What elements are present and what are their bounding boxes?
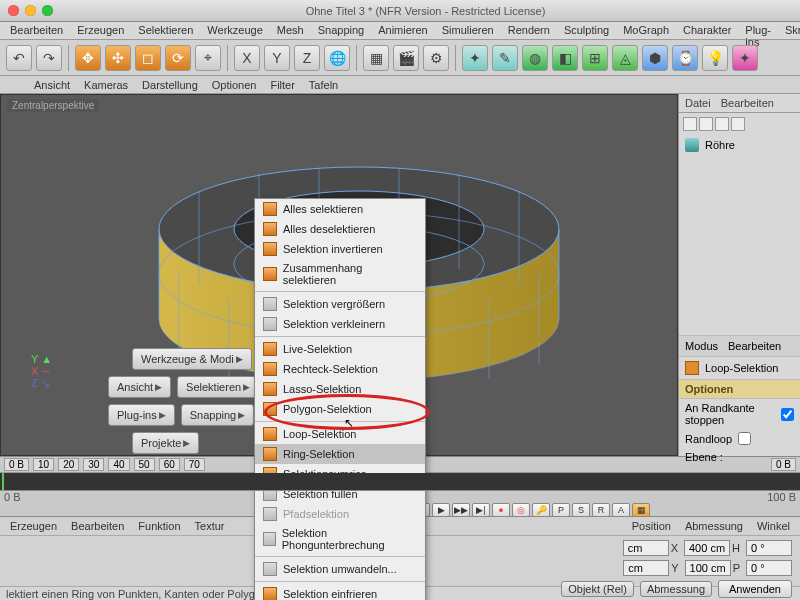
ctx-verkleinern[interactable]: Selektion verkleinern [255, 314, 425, 334]
abmess-select[interactable]: Abmessung [640, 581, 712, 597]
menu-erzeugen[interactable]: Erzeugen [77, 24, 124, 37]
view-optionen[interactable]: Optionen [212, 79, 257, 91]
play-next-button[interactable]: ▶▶ [452, 503, 470, 517]
side-bearbeiten[interactable]: Bearbeiten [721, 97, 774, 109]
opt-randkante-check[interactable] [781, 408, 794, 421]
ctx-phong[interactable]: Selektion Phongunterbrechung [255, 524, 425, 554]
key-s[interactable]: S [572, 503, 590, 517]
sub-snapping[interactable]: Snapping▶ [181, 404, 255, 426]
move-tool[interactable]: ✣ [105, 45, 131, 71]
menu-sculpting[interactable]: Sculpting [564, 24, 609, 37]
null-object-button[interactable]: ✦ [462, 45, 488, 71]
objrel-select[interactable]: Objekt (Rel) [561, 581, 634, 597]
minimize-icon[interactable] [25, 5, 36, 16]
ctx-invertieren[interactable]: Selektion invertieren [255, 239, 425, 259]
camera-button[interactable]: ⌚ [672, 45, 698, 71]
om-icon[interactable] [715, 117, 729, 131]
ctx-loop-selektion[interactable]: Loop-Selektion [255, 424, 425, 444]
om-icon[interactable] [699, 117, 713, 131]
view-kameras[interactable]: Kameras [84, 79, 128, 91]
menu-bearbeiten[interactable]: Bearbeiten [10, 24, 63, 37]
axis-x-button[interactable]: X [234, 45, 260, 71]
ctx-lasso-selektion[interactable]: Lasso-Selektion [255, 379, 425, 399]
sub-projekte[interactable]: Projekte▶ [132, 432, 199, 454]
generator-button[interactable]: ◧ [552, 45, 578, 71]
menu-rendern[interactable]: Rendern [508, 24, 550, 37]
ctx-umwandeln[interactable]: Selektion umwandeln... [255, 559, 425, 579]
size-y[interactable]: 100 cm [685, 560, 731, 576]
ctx-vergroessern[interactable]: Selektion vergrößern [255, 294, 425, 314]
ctx-alles-deselektieren[interactable]: Alles deselektieren [255, 219, 425, 239]
menu-animieren[interactable]: Animieren [378, 24, 428, 37]
pos-x-unit[interactable]: cm [623, 540, 669, 556]
ctx-alles-selektieren[interactable]: Alles selektieren [255, 199, 425, 219]
menu-skript[interactable]: Skript [785, 24, 800, 37]
tool-e[interactable]: ⌖ [195, 45, 221, 71]
tab-funktion[interactable]: Funktion [138, 520, 180, 532]
pos-y-unit[interactable]: cm [623, 560, 669, 576]
zoom-icon[interactable] [42, 5, 53, 16]
side-modus[interactable]: Modus [685, 340, 718, 352]
menu-plugins[interactable]: Plug-ins [745, 24, 771, 37]
axis-y-button[interactable]: Y [264, 45, 290, 71]
tab-bearbeiten[interactable]: Bearbeiten [71, 520, 124, 532]
menu-mograph[interactable]: MoGraph [623, 24, 669, 37]
undo-button[interactable]: ↶ [6, 45, 32, 71]
ctx-polygon-selektion[interactable]: Polygon-Selektion [255, 399, 425, 419]
menu-simulieren[interactable]: Simulieren [442, 24, 494, 37]
rot-p[interactable]: 0 ° [746, 560, 792, 576]
view-darstellung[interactable]: Darstellung [142, 79, 198, 91]
key-button[interactable]: 🔑 [532, 503, 550, 517]
view-ansicht[interactable]: Ansicht [34, 79, 70, 91]
axis-z-button[interactable]: Z [294, 45, 320, 71]
om-icon[interactable] [731, 117, 745, 131]
view-filter[interactable]: Filter [270, 79, 294, 91]
ctx-einfrieren[interactable]: Selektion einfrieren [255, 584, 425, 600]
menu-werkzeuge[interactable]: Werkzeuge [207, 24, 262, 37]
light-button[interactable]: 💡 [702, 45, 728, 71]
key-r[interactable]: R [592, 503, 610, 517]
view-tafeln[interactable]: Tafeln [309, 79, 338, 91]
menu-snapping[interactable]: Snapping [318, 24, 365, 37]
render-settings-button[interactable]: ⚙ [423, 45, 449, 71]
rot-h[interactable]: 0 ° [746, 540, 792, 556]
key-a[interactable]: A [612, 503, 630, 517]
ctx-ring-selektion[interactable]: Ring-Selektion [255, 444, 425, 464]
side-bearbeiten2[interactable]: Bearbeiten [728, 340, 781, 352]
sub-werkzeuge[interactable]: Werkzeuge & Modi▶ [132, 348, 252, 370]
play-fwd-button[interactable]: ▶ [432, 503, 450, 517]
side-datei[interactable]: Datei [685, 97, 711, 109]
autokey-button[interactable]: ◎ [512, 503, 530, 517]
anwenden-button[interactable]: Anwenden [718, 580, 792, 598]
sub-plugins[interactable]: Plug-ins▶ [108, 404, 175, 426]
array-button[interactable]: ⊞ [582, 45, 608, 71]
sub-ansicht[interactable]: Ansicht▶ [108, 376, 171, 398]
primitive-button[interactable]: ◍ [522, 45, 548, 71]
rotate-tool[interactable]: ⟳ [165, 45, 191, 71]
redo-button[interactable]: ↷ [36, 45, 62, 71]
spline-button[interactable]: ✎ [492, 45, 518, 71]
tab-erzeugen[interactable]: Erzeugen [10, 520, 57, 532]
playhead[interactable] [2, 473, 4, 491]
mograph-button[interactable]: ✦ [732, 45, 758, 71]
key-p[interactable]: P [552, 503, 570, 517]
layout-button[interactable]: ▦ [632, 503, 650, 517]
timeline-rail[interactable] [0, 473, 800, 491]
sub-selektieren[interactable]: Selektieren▶ [177, 376, 259, 398]
record-button[interactable]: ● [492, 503, 510, 517]
menu-charakter[interactable]: Charakter [683, 24, 731, 37]
menu-mesh[interactable]: Mesh [277, 24, 304, 37]
close-icon[interactable] [8, 5, 19, 16]
om-icon[interactable] [683, 117, 697, 131]
ctx-zusammenhang[interactable]: Zusammenhang selektieren [255, 259, 425, 289]
deformer-button[interactable]: ◬ [612, 45, 638, 71]
play-end-button[interactable]: ▶| [472, 503, 490, 517]
ctx-live-selektion[interactable]: Live-Selektion [255, 339, 425, 359]
size-x[interactable]: 400 cm [684, 540, 730, 556]
render-pv-button[interactable]: 🎬 [393, 45, 419, 71]
select-tool[interactable]: ✥ [75, 45, 101, 71]
object-tube[interactable]: Röhre [679, 135, 800, 155]
environment-button[interactable]: ⬢ [642, 45, 668, 71]
scale-end[interactable]: 100 B [767, 491, 796, 503]
render-view-button[interactable]: ▦ [363, 45, 389, 71]
